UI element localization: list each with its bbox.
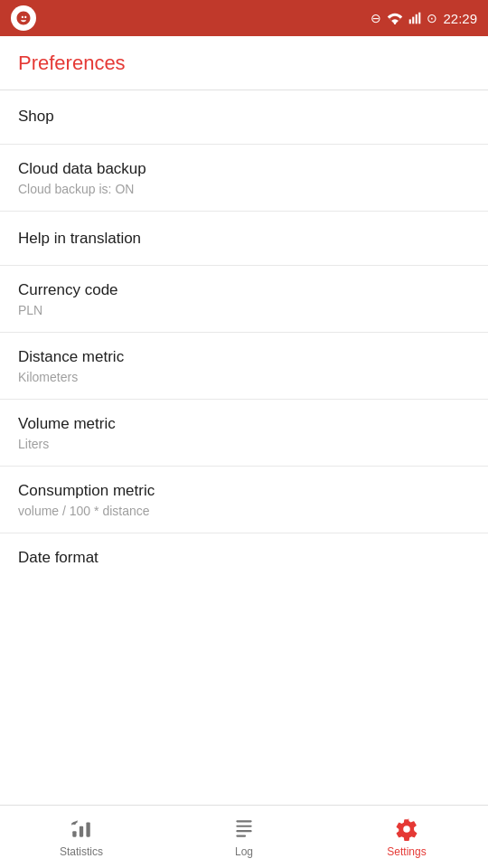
svg-rect-6: [80, 826, 83, 836]
menu-item-distance-title: Distance metric: [18, 347, 470, 367]
statistics-nav-icon: [69, 816, 94, 842]
status-bar-left: [11, 5, 36, 31]
status-bar: ⊖ ⊙ 22:29: [0, 0, 488, 36]
status-bar-right: ⊖ ⊙ 22:29: [371, 11, 477, 26]
do-not-disturb-icon: ⊖: [371, 11, 381, 25]
menu-item-help-title: Help in translation: [18, 229, 470, 249]
svg-rect-3: [416, 14, 418, 24]
svg-rect-2: [413, 17, 415, 24]
menu-item-cloud-title: Cloud data backup: [18, 159, 470, 179]
menu-item-currency-code[interactable]: Currency code PLN: [0, 266, 488, 333]
svg-rect-1: [409, 19, 411, 24]
app-logo: [11, 5, 36, 31]
charging-icon: ⊙: [427, 11, 437, 25]
signal-icon: [408, 12, 421, 24]
svg-rect-12: [236, 835, 246, 836]
log-nav-icon: [231, 816, 257, 842]
menu-item-cloud-data-backup[interactable]: Cloud data backup Cloud backup is: ON: [0, 145, 488, 212]
menu-item-volume-subtitle: Liters: [18, 437, 470, 451]
svg-rect-9: [236, 820, 251, 822]
menu-item-shop[interactable]: Shop: [0, 90, 488, 145]
nav-item-settings[interactable]: Settings: [325, 809, 488, 865]
menu-item-volume-title: Volume metric: [18, 414, 470, 434]
menu-item-distance-metric[interactable]: Distance metric Kilometers: [0, 333, 488, 400]
menu-item-help-translation[interactable]: Help in translation: [0, 212, 488, 266]
page-title: Preferences: [18, 52, 126, 75]
wifi-icon: [387, 12, 403, 24]
header: Preferences: [0, 36, 488, 90]
menu-item-currency-title: Currency code: [18, 280, 470, 300]
menu-item-date-title: Date format: [18, 548, 470, 568]
status-time: 22:29: [443, 11, 477, 26]
svg-rect-4: [419, 13, 421, 24]
menu-item-consumption-title: Consumption metric: [18, 481, 470, 501]
nav-label-statistics: Statistics: [60, 845, 103, 858]
menu-item-cloud-subtitle: Cloud backup is: ON: [18, 182, 470, 196]
settings-nav-icon: [394, 816, 419, 842]
svg-rect-11: [236, 830, 251, 832]
svg-rect-5: [72, 831, 76, 837]
svg-rect-10: [236, 825, 251, 826]
menu-item-volume-metric[interactable]: Volume metric Liters: [0, 400, 488, 467]
menu-item-consumption-subtitle: volume / 100 * distance: [18, 504, 470, 518]
svg-point-8: [73, 821, 76, 824]
menu-item-consumption-metric[interactable]: Consumption metric volume / 100 * distan…: [0, 467, 488, 533]
nav-item-statistics[interactable]: Statistics: [0, 809, 163, 865]
nav-label-settings: Settings: [387, 845, 426, 858]
nav-item-log[interactable]: Log: [163, 809, 325, 865]
menu-item-currency-subtitle: PLN: [18, 303, 470, 317]
svg-rect-7: [86, 822, 89, 836]
menu-item-shop-title: Shop: [18, 107, 470, 127]
menu-item-distance-subtitle: Kilometers: [18, 370, 470, 384]
content-area: Shop Cloud data backup Cloud backup is: …: [0, 90, 488, 805]
bottom-nav: Statistics Log Settings: [0, 805, 488, 868]
menu-item-date-format-partial[interactable]: Date format: [0, 533, 488, 579]
cat-logo-icon: [15, 10, 32, 26]
nav-label-log: Log: [235, 845, 253, 858]
